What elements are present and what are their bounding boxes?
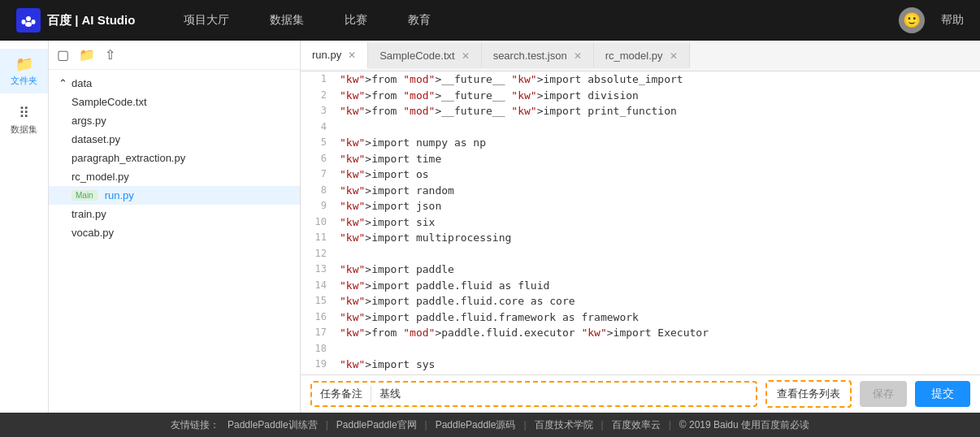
code-editor[interactable]: 1"kw">from "mod">__future__ "kw">import … [301, 71, 980, 374]
tab-runpy[interactable]: run.py ✕ [301, 42, 368, 69]
line-code: "kw">import sys [333, 357, 980, 373]
task-label: 任务备注 [320, 387, 362, 401]
line-number: 9 [301, 198, 333, 214]
tabs-bar: run.py ✕ SampleCode.txt ✕ search.test.js… [301, 41, 980, 71]
table-row: 2"kw">from "mod">__future__ "kw">import … [301, 88, 980, 104]
file-item-dataset[interactable]: dataset.py [49, 130, 300, 149]
sidebar-item-files[interactable]: 📁 文件夹 [0, 49, 48, 93]
table-row: 19"kw">import sys [301, 357, 980, 373]
folder-data[interactable]: ⌃ data [49, 74, 300, 93]
line-number: 11 [301, 230, 333, 246]
file-item-paragraph[interactable]: paragraph_extraction.py [49, 149, 300, 167]
line-number: 10 [301, 214, 333, 231]
bottom-bar: 任务备注 基线 查看任务列表 保存 提交 [301, 374, 980, 413]
sidebar-item-dataset[interactable]: ⠿ 数据集 [0, 97, 48, 142]
line-number: 16 [301, 309, 333, 326]
file-item-rcmodel[interactable]: rc_model.py [49, 167, 300, 186]
save-button[interactable]: 保存 [860, 381, 907, 407]
nav-item-education[interactable]: 教育 [408, 13, 431, 28]
line-code: "kw">import numpy as np [333, 135, 980, 151]
footer-link-0[interactable]: PaddlePaddle训练营 [228, 418, 318, 432]
table-row: 16"kw">import paddle.fluid.framework as … [301, 309, 980, 326]
logo-text: 百度 | AI Studio [47, 13, 135, 28]
tab-label: run.py [312, 49, 341, 61]
line-number: 14 [301, 278, 333, 294]
line-code: "kw">from "mod">__future__ "kw">import a… [333, 71, 980, 88]
line-number: 2 [301, 88, 333, 104]
chevron-icon: ⌃ [59, 77, 67, 89]
file-name: train.py [72, 208, 106, 220]
svg-point-3 [25, 22, 32, 27]
file-item-trainpy[interactable]: train.py [49, 205, 300, 223]
file-name: args.py [72, 115, 106, 127]
tab-close-searchtest[interactable]: ✕ [574, 51, 582, 61]
line-code: "kw">import os [333, 167, 980, 183]
nav-item-contest[interactable]: 比赛 [345, 13, 367, 28]
file-item-samplecode[interactable]: SampleCode.txt [49, 93, 300, 111]
tab-samplecode[interactable]: SampleCode.txt ✕ [368, 43, 482, 68]
task-divider [371, 386, 371, 402]
new-folder-btn[interactable]: 📁 [79, 47, 95, 63]
right-actions: 查看任务列表 保存 提交 [765, 380, 970, 408]
svg-point-1 [22, 19, 26, 24]
folder-icon: 📁 [15, 55, 33, 73]
line-code: "kw">import time [333, 151, 980, 167]
task-input-area: 任务备注 基线 [310, 381, 757, 407]
help-link[interactable]: 帮助 [941, 13, 964, 28]
line-code: "kw">import multiprocessing [333, 230, 980, 246]
nav-item-project[interactable]: 项目大厅 [184, 13, 229, 28]
line-number: 4 [301, 119, 333, 136]
svg-point-0 [26, 16, 31, 21]
line-code: "kw">import paddle [333, 262, 980, 278]
footer-copyright: © 2019 Baidu 使用百度前必读 [679, 418, 809, 432]
avatar[interactable]: 🙂 [899, 7, 925, 33]
tab-searchtest[interactable]: search.test.json ✕ [482, 43, 594, 68]
tab-rcmodel[interactable]: rc_model.py ✕ [594, 43, 690, 68]
line-number: 6 [301, 151, 333, 167]
line-code: "kw">from "mod">__future__ "kw">import p… [333, 103, 980, 119]
main-nav: 项目大厅 数据集 比赛 教育 [184, 13, 899, 28]
header-right: 🙂 帮助 [899, 7, 964, 33]
file-name: run.py [105, 189, 134, 201]
tab-label: search.test.json [493, 50, 567, 62]
file-panel: ▢ 📁 ⇧ ⌃ data SampleCode.txt args.py data… [49, 41, 301, 413]
line-code: "kw">from "mod">__future__ "kw">import d… [333, 88, 980, 104]
line-number: 12 [301, 246, 333, 262]
table-row: 18 [301, 341, 980, 357]
main-badge: Main [72, 190, 98, 201]
tab-close-samplecode[interactable]: ✕ [462, 51, 470, 61]
submit-button[interactable]: 提交 [915, 381, 970, 407]
file-item-runpy[interactable]: Main run.py [49, 186, 300, 205]
footer-prefix: 友情链接： [171, 418, 219, 432]
table-row: 9"kw">import json [301, 198, 980, 214]
footer-link-3[interactable]: 百度技术学院 [535, 418, 593, 432]
line-number: 19 [301, 357, 333, 373]
table-row: 8"kw">import random [301, 183, 980, 199]
tab-close-rcmodel[interactable]: ✕ [670, 51, 678, 61]
baseline-input[interactable] [409, 388, 748, 400]
line-number: 20 [301, 373, 333, 375]
new-file-btn[interactable]: ▢ [57, 47, 69, 63]
sidebar-label-files: 文件夹 [11, 75, 37, 87]
file-item-vocabpy[interactable]: vocab.py [49, 223, 300, 242]
upload-btn[interactable]: ⇧ [105, 47, 115, 63]
line-code: "kw">import six [333, 214, 980, 231]
view-tasks-btn[interactable]: 查看任务列表 [765, 380, 852, 408]
nav-item-dataset[interactable]: 数据集 [270, 13, 304, 28]
line-number: 13 [301, 262, 333, 278]
footer: 友情链接： PaddlePaddle训练营 | PaddlePaddle官网 |… [0, 413, 980, 437]
line-number: 3 [301, 103, 333, 119]
logo: 百度 | AI Studio [16, 8, 135, 32]
table-row: 14"kw">import paddle.fluid as fluid [301, 278, 980, 294]
sidebar-label-dataset: 数据集 [11, 123, 37, 136]
file-item-args[interactable]: args.py [49, 111, 300, 130]
footer-link-4[interactable]: 百度效率云 [612, 418, 661, 432]
footer-link-2[interactable]: PaddlePaddle源码 [436, 418, 516, 432]
file-name: rc_model.py [72, 171, 129, 183]
line-code [333, 119, 980, 136]
footer-link-1[interactable]: PaddlePaddle官网 [336, 418, 417, 432]
tab-label: SampleCode.txt [379, 50, 455, 62]
tab-close-runpy[interactable]: ✕ [348, 50, 356, 60]
line-number: 8 [301, 183, 333, 199]
table-row: 15"kw">import paddle.fluid.core as core [301, 293, 980, 309]
